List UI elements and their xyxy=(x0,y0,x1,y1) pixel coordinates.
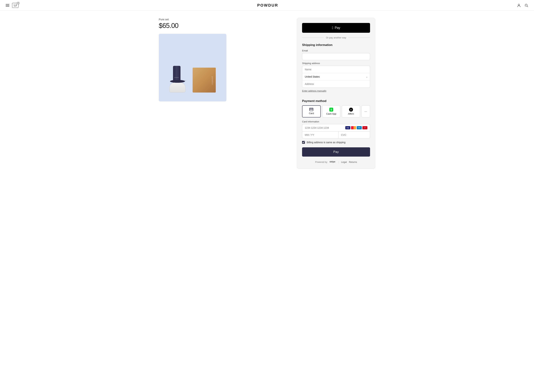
address-input[interactable] xyxy=(302,80,370,88)
tab-cashapp[interactable]: S Cash App xyxy=(322,105,341,117)
shipping-section-heading: Shipping information xyxy=(302,43,370,47)
footer-separator: | xyxy=(338,161,339,163)
search-icon-button[interactable] xyxy=(525,3,528,7)
card-cvc-input[interactable] xyxy=(341,133,370,136)
billing-checkbox-label: Billing address is same as shipping xyxy=(307,141,346,144)
product-image: powdur xyxy=(159,34,226,101)
product-box xyxy=(193,68,216,93)
tab-affirm-label: Affirm xyxy=(348,112,354,115)
svg-point-1 xyxy=(518,4,520,5)
shipping-info-section: Shipping information Email Shipping addr… xyxy=(302,43,370,96)
product-image-inner: powdur xyxy=(159,34,226,101)
checkout-section:  Pay Or pay another way Shipping inform… xyxy=(297,18,375,169)
visa-logo: VISA xyxy=(345,126,350,129)
svg-text:stripe: stripe xyxy=(329,160,335,163)
svg-rect-0 xyxy=(14,4,16,6)
product-jar-lid xyxy=(170,80,185,83)
cashapp-icon: S xyxy=(329,108,333,112)
mastercard-logo xyxy=(351,126,356,129)
user-icon xyxy=(517,3,521,7)
payment-method-section: Payment method Card S Cash App a xyxy=(302,99,370,164)
tab-more-button[interactable]: ··· xyxy=(361,105,370,117)
address-row xyxy=(302,80,370,88)
billing-checkbox-row: Billing address is same as shipping xyxy=(302,141,370,144)
apple-logo-icon:  xyxy=(332,26,333,30)
card-tab-icon xyxy=(309,108,313,111)
divider-line-right xyxy=(348,37,370,38)
more-icon: ··· xyxy=(365,110,367,113)
header-left: 0 xyxy=(6,3,19,8)
tab-cashapp-label: Cash App xyxy=(326,112,336,115)
payment-tabs: Card S Cash App a Affirm ··· xyxy=(302,105,370,117)
divider-text: Or pay another way xyxy=(326,36,346,39)
header-right xyxy=(517,3,528,7)
name-input[interactable] xyxy=(302,66,370,73)
country-select[interactable]: United States Canada United Kingdom Aust… xyxy=(302,73,370,80)
hamburger-menu-button[interactable] xyxy=(6,4,9,7)
divider-row: Or pay another way xyxy=(302,36,370,39)
card-info-label: Card information xyxy=(302,120,370,123)
tab-card[interactable]: Card xyxy=(302,105,321,117)
card-expiry-input[interactable] xyxy=(302,131,338,138)
powered-by-text: Powered by xyxy=(315,161,327,163)
tab-card-label: Card xyxy=(309,112,314,115)
card-logos: VISA AMEX UP xyxy=(345,126,367,129)
stripe-wordmark: stripe xyxy=(329,160,336,163)
email-label: Email xyxy=(302,49,370,52)
payment-method-heading: Payment method xyxy=(302,99,370,103)
tab-affirm[interactable]: a Affirm xyxy=(342,105,360,117)
address-label: Shipping address xyxy=(302,62,370,65)
enter-address-manually-link[interactable]: Enter address manually xyxy=(302,89,327,92)
card-expiry-cvc-row xyxy=(302,131,370,138)
amex-logo: AMEX xyxy=(357,126,362,129)
apple-pay-label: Pay xyxy=(335,26,340,30)
divider-line-left xyxy=(302,37,324,38)
stripe-logo: stripe xyxy=(329,160,336,164)
svg-point-2 xyxy=(525,4,527,6)
country-select-wrapper: United States Canada United Kingdom Aust… xyxy=(302,73,370,80)
cart-button[interactable]: 0 xyxy=(12,3,19,8)
product-name: Pure set xyxy=(159,18,283,21)
product-price: $65.00 xyxy=(159,22,283,29)
affirm-icon: a xyxy=(349,108,353,112)
cart-badge: 0 xyxy=(17,2,19,5)
checkout-footer: Powered by stripe | Legal Returns xyxy=(302,160,370,164)
unionpay-logo: UP xyxy=(362,126,367,129)
product-section: Pure set $65.00 powdur xyxy=(159,18,283,169)
cart-icon xyxy=(14,4,17,6)
header: 0 POWDUR xyxy=(0,0,534,11)
checkout-card:  Pay Or pay another way Shipping inform… xyxy=(297,18,375,169)
billing-same-checkbox[interactable] xyxy=(302,141,305,144)
shipping-address-group: United States Canada United Kingdom Aust… xyxy=(302,66,370,88)
country-row: United States Canada United Kingdom Aust… xyxy=(302,73,370,80)
legal-link[interactable]: Legal xyxy=(341,161,347,163)
user-icon-button[interactable] xyxy=(517,3,521,7)
product-jar: powdur xyxy=(169,82,186,93)
site-logo: POWDUR xyxy=(257,3,278,8)
pay-button[interactable]: Pay xyxy=(302,147,370,157)
returns-link[interactable]: Returns xyxy=(349,161,357,163)
name-row xyxy=(302,66,370,73)
card-number-row: VISA AMEX UP xyxy=(302,124,370,131)
apple-pay-button[interactable]:  Pay xyxy=(302,23,370,33)
email-input[interactable] xyxy=(302,53,370,60)
card-info-section: Card information VISA AMEX UP xyxy=(302,120,370,138)
main-content: Pure set $65.00 powdur  Pay xyxy=(153,11,381,176)
card-cvc-row xyxy=(338,131,370,138)
hamburger-icon xyxy=(6,4,9,7)
search-icon xyxy=(525,3,528,7)
card-number-input[interactable] xyxy=(305,126,345,129)
